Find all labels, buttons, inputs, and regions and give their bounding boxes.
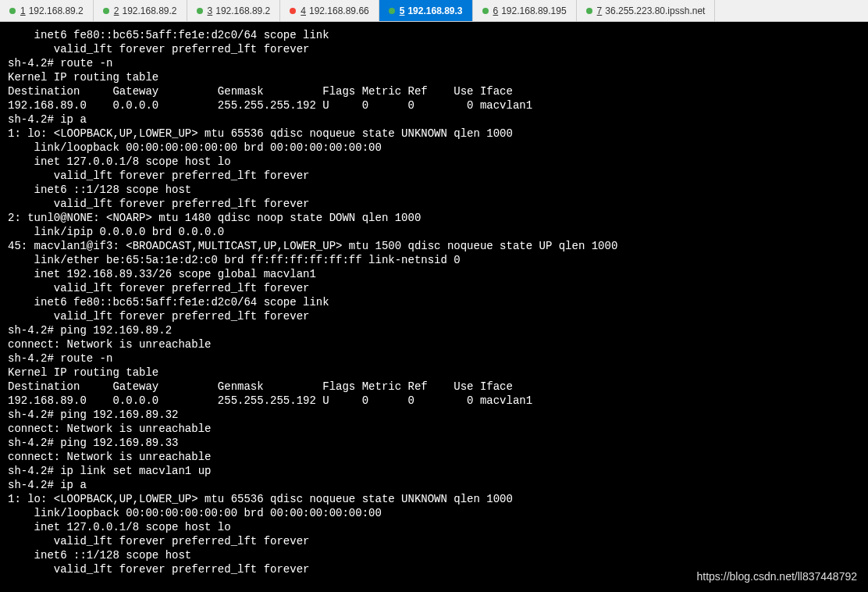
- tab-7[interactable]: 736.255.223.80.ipssh.net: [577, 0, 716, 21]
- status-dot-icon: [103, 8, 109, 14]
- tab-number: 7: [597, 5, 603, 16]
- tab-2[interactable]: 2192.168.89.2: [94, 0, 187, 21]
- status-dot-icon: [482, 8, 489, 14]
- watermark-text: https://blog.csdn.net/ll837448792: [697, 570, 858, 583]
- terminal-output[interactable]: inet6 fe80::bc65:5aff:fe1e:d2c0/64 scope…: [0, 22, 868, 592]
- tab-label: 192.168.89.2: [122, 5, 176, 16]
- tab-number: 5: [400, 5, 405, 16]
- tab-label: 192.168.89.2: [29, 5, 84, 16]
- tab-1[interactable]: 1192.168.89.2: [0, 0, 94, 21]
- tab-label: 192.168.89.3: [407, 5, 462, 16]
- status-dot-icon: [197, 8, 203, 14]
- tab-number: 4: [301, 5, 306, 16]
- tab-4[interactable]: 4192.168.89.66: [280, 0, 379, 21]
- status-dot-icon: [290, 8, 296, 14]
- status-dot-icon: [9, 8, 16, 14]
- status-dot-icon: [389, 8, 395, 14]
- tab-number: 3: [208, 5, 213, 16]
- tab-label: 192.168.89.66: [309, 5, 369, 16]
- tab-label: 192.168.89.195: [501, 5, 566, 16]
- tab-bar: 1192.168.89.22192.168.89.23192.168.89.24…: [0, 0, 868, 22]
- tab-5[interactable]: 5192.168.89.3: [379, 0, 473, 21]
- tab-3[interactable]: 3192.168.89.2: [187, 0, 281, 21]
- tab-6[interactable]: 6192.168.89.195: [473, 0, 577, 21]
- tab-number: 1: [20, 5, 26, 16]
- tab-label: 36.255.223.80.ipssh.net: [605, 5, 705, 16]
- tab-number: 6: [493, 5, 499, 16]
- tab-label: 192.168.89.2: [215, 5, 270, 16]
- tab-number: 2: [114, 5, 119, 16]
- status-dot-icon: [586, 8, 592, 14]
